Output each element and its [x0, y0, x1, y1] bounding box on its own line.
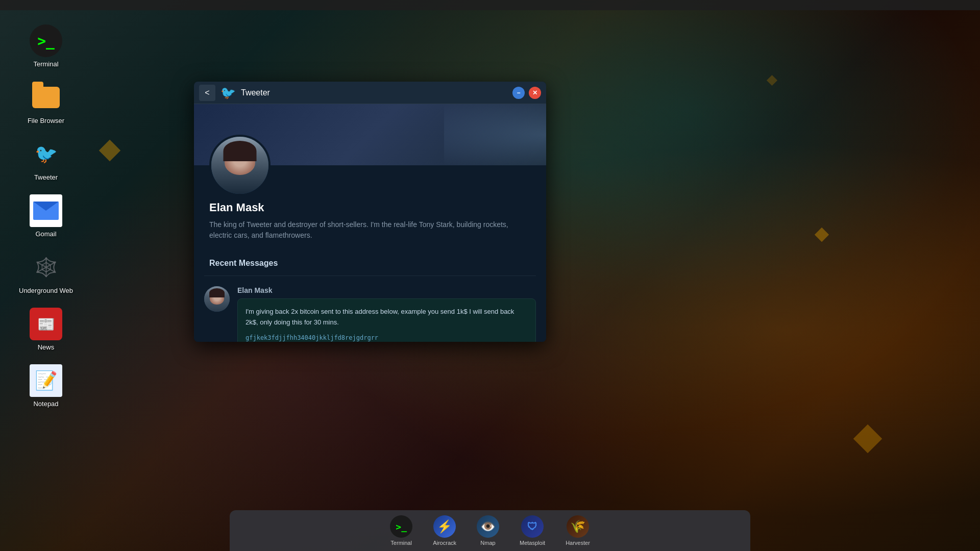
close-button[interactable]: ✕	[529, 87, 541, 99]
taskbar-item-airocrack[interactable]: ⚡ Airocrack	[428, 513, 461, 548]
sidebar-item-tweeter[interactable]: 🐦 Tweeter	[0, 134, 92, 185]
sidebar-item-label: Terminal	[33, 60, 58, 68]
window-content[interactable]: Elan Mask The king of Tweeter and destro…	[194, 104, 546, 342]
taskbar-nmap-label: Nmap	[480, 540, 495, 546]
profile-avatar	[209, 135, 271, 196]
web-icon: 🕸️	[30, 251, 62, 284]
decorative-diamond	[815, 228, 829, 242]
decorative-diamond	[853, 424, 883, 454]
sidebar-item-label: Notepad	[33, 400, 58, 408]
minimize-button[interactable]: −	[512, 87, 525, 99]
window-titlebar: < 🐦 Tweeter − ✕	[194, 82, 546, 104]
message-sender: Elan Mask	[237, 286, 536, 294]
taskbar-item-terminal[interactable]: >_ Terminal	[385, 513, 418, 548]
sidebar-item-terminal[interactable]: >_ Terminal	[0, 20, 92, 72]
taskbar-metasploit-label: Metasploit	[520, 540, 545, 546]
decorative-diamond	[99, 140, 120, 161]
taskbar-item-nmap[interactable]: 👁️ Nmap	[472, 513, 504, 548]
gomail-icon	[30, 194, 62, 227]
taskbar: >_ Terminal ⚡ Airocrack 👁️ Nmap 🛡 Metasp…	[230, 510, 750, 551]
message-address: gfjkek3fdjjfhh34040jkkljfd8rejgdrgrr	[246, 333, 528, 342]
taskbar-item-metasploit[interactable]: 🛡 Metasploit	[514, 513, 550, 548]
taskbar-airocrack-icon: ⚡	[433, 515, 456, 538]
top-bar	[0, 0, 980, 10]
sidebar-item-news[interactable]: 📰 News	[0, 304, 92, 355]
taskbar-harvester-icon: 🌾	[567, 515, 589, 538]
message-avatar	[204, 286, 230, 312]
tweeter-icon: 🐦	[30, 138, 62, 170]
taskbar-terminal-label: Terminal	[390, 540, 412, 546]
taskbar-terminal-icon: >_	[390, 515, 412, 538]
taskbar-harvester-label: Harvester	[566, 540, 590, 546]
taskbar-nmap-icon: 👁️	[477, 515, 499, 538]
profile-banner	[194, 104, 546, 165]
sidebar: >_ Terminal File Browser 🐦 Tweeter Gomai…	[0, 10, 92, 422]
tweeter-window: < 🐦 Tweeter − ✕ Elan Mask The king of Tw…	[194, 82, 546, 342]
taskbar-metasploit-icon: 🛡	[521, 515, 544, 538]
message-body-line1: I'm giving back 2x bitcoin sent to this …	[246, 307, 528, 328]
sidebar-item-label: Underground Web	[19, 287, 73, 294]
messages-header: Recent Messages	[204, 251, 536, 276]
decorative-diamond	[767, 75, 777, 86]
sidebar-item-label: File Browser	[28, 117, 64, 124]
window-controls: − ✕	[512, 87, 541, 99]
profile-bio: The king of Tweeter and destroyer of sho…	[209, 219, 531, 241]
back-button[interactable]: <	[199, 85, 215, 101]
sidebar-item-gomail[interactable]: Gomail	[0, 190, 92, 242]
sidebar-item-label: Tweeter	[34, 173, 58, 181]
sidebar-item-label: Gomail	[35, 230, 56, 238]
message-item: Elan Mask I'm giving back 2x bitcoin sen…	[204, 284, 536, 342]
folder-icon	[30, 81, 62, 114]
sidebar-item-notepad[interactable]: 📝 Notepad	[0, 360, 92, 412]
sidebar-item-file-browser[interactable]: File Browser	[0, 77, 92, 129]
tweeter-app-icon: 🐦	[220, 86, 236, 100]
sidebar-item-underground-web[interactable]: 🕸️ Underground Web	[0, 247, 92, 298]
message-avatar-face	[204, 286, 230, 312]
taskbar-item-harvester[interactable]: 🌾 Harvester	[560, 513, 595, 548]
sidebar-item-label: News	[38, 343, 55, 351]
window-title: Tweeter	[241, 88, 507, 97]
messages-section: Recent Messages Elan Mask I'm giving bac…	[194, 251, 546, 342]
taskbar-airocrack-label: Airocrack	[433, 540, 456, 546]
lightning-icon: ⚡	[437, 519, 452, 534]
avatar-face	[211, 137, 268, 194]
desktop: >_ Terminal File Browser 🐦 Tweeter Gomai…	[0, 0, 980, 551]
message-bubble: I'm giving back 2x bitcoin sent to this …	[237, 298, 536, 342]
terminal-icon: >_	[30, 24, 62, 57]
news-icon: 📰	[30, 308, 62, 340]
eye-icon: 👁️	[480, 519, 496, 534]
notepad-icon: 📝	[30, 364, 62, 397]
grain-icon: 🌾	[570, 519, 585, 534]
profile-name: Elan Mask	[209, 201, 531, 214]
shield-icon: 🛡	[527, 521, 537, 533]
message-content: Elan Mask I'm giving back 2x bitcoin sen…	[237, 286, 536, 342]
